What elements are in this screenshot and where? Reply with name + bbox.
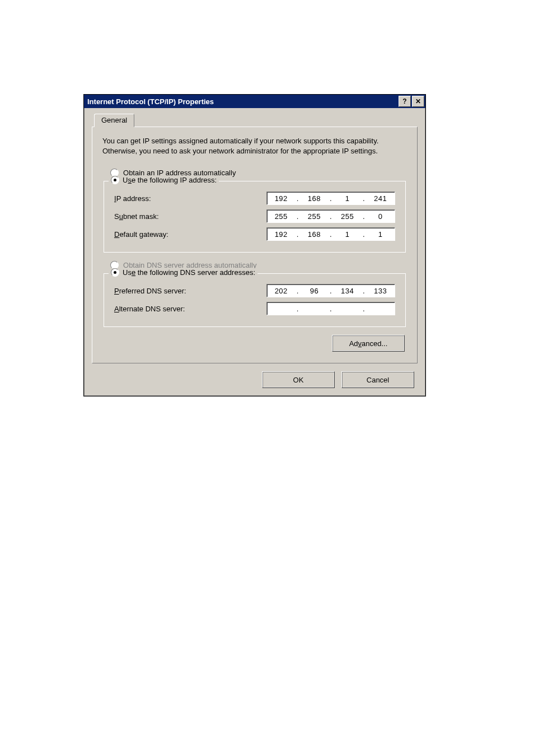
tcpip-properties-dialog: Internet Protocol (TCP/IP) Properties ? … bbox=[83, 94, 426, 396]
ip-address-label: IP address: bbox=[114, 194, 151, 203]
advanced-button-label: Advanced... bbox=[349, 339, 388, 348]
close-button[interactable]: ✕ bbox=[412, 96, 424, 107]
cancel-button[interactable]: Cancel bbox=[341, 371, 414, 388]
description-text: You can get IP settings assigned automat… bbox=[102, 136, 407, 156]
ip-address-input[interactable]: 192. 168. 1. 241 bbox=[266, 192, 395, 205]
titlebar: Internet Protocol (TCP/IP) Properties ? … bbox=[84, 95, 425, 108]
tab-general-label: General bbox=[101, 116, 127, 124]
titlebar-text: Internet Protocol (TCP/IP) Properties bbox=[87, 97, 214, 106]
close-icon: ✕ bbox=[415, 98, 421, 105]
tab-general[interactable]: General bbox=[94, 114, 134, 127]
radio-icon bbox=[111, 268, 119, 277]
radio-use-following-ip-label: Use the following IP address: bbox=[123, 176, 217, 184]
radio-use-following-dns[interactable]: Use the following DNS server addresses: bbox=[109, 268, 257, 277]
help-icon: ? bbox=[402, 98, 406, 105]
preferred-dns-input[interactable]: 202. 96. 134. 133 bbox=[266, 284, 395, 297]
radio-icon bbox=[111, 176, 119, 184]
group-use-ip: Use the following IP address: IP address… bbox=[104, 181, 406, 253]
preferred-dns-label: Preferred DNS server: bbox=[114, 287, 186, 295]
alternate-dns-input[interactable]: . . . bbox=[266, 302, 395, 315]
help-button[interactable]: ? bbox=[399, 96, 411, 107]
default-gateway-label: Default gateway: bbox=[114, 230, 168, 239]
tabpanel-general: You can get IP settings assigned automat… bbox=[92, 127, 418, 363]
advanced-button[interactable]: Advanced... bbox=[332, 335, 405, 352]
group-use-dns: Use the following DNS server addresses: … bbox=[104, 273, 406, 327]
ok-button[interactable]: OK bbox=[262, 371, 335, 388]
tabstrip: General bbox=[92, 114, 418, 127]
radio-use-following-dns-label: Use the following DNS server addresses: bbox=[123, 268, 255, 277]
cancel-button-label: Cancel bbox=[367, 376, 389, 384]
ok-button-label: OK bbox=[293, 376, 304, 384]
subnet-mask-input[interactable]: 255. 255. 255. 0 bbox=[266, 209, 395, 223]
subnet-mask-label: Subnet mask: bbox=[114, 212, 159, 221]
alternate-dns-label: Alternate DNS server: bbox=[114, 305, 185, 313]
radio-use-following-ip[interactable]: Use the following IP address: bbox=[109, 176, 219, 184]
default-gateway-input[interactable]: 192. 168. 1. 1 bbox=[266, 227, 395, 241]
